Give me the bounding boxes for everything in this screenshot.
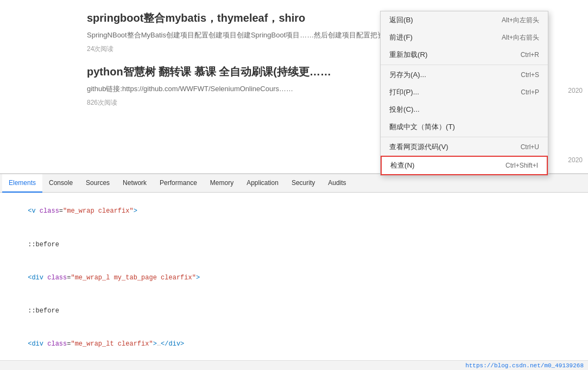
context-menu-saveas[interactable]: 另存为(A)... Ctrl+S	[381, 66, 548, 84]
tab-security[interactable]: Security	[285, 174, 321, 193]
tab-application[interactable]: Application	[240, 174, 285, 193]
code-line-1: <v class="me_wrap clearfix">	[0, 195, 588, 228]
context-menu-reload[interactable]: 重新加载(R) Ctrl+R	[381, 46, 548, 63]
status-bar: https://blog.csdn.net/m0_49139268	[0, 360, 588, 370]
code-line-3: <div class="me_wrap_l my_tab_page clearf…	[0, 261, 588, 294]
context-menu: 返回(B) Alt+向左箭头 前进(F) Alt+向右箭头 重新加载(R) Ct…	[380, 11, 548, 176]
context-menu-inspect[interactable]: 检查(N) Ctrl+Shift+I	[381, 156, 548, 175]
tab-sources[interactable]: Sources	[79, 174, 116, 193]
devtools-panel: Elements Console Sources Network Perform…	[0, 174, 588, 370]
context-menu-sep2	[381, 137, 548, 137]
code-line-2: ::before	[0, 228, 588, 261]
devtools-code-area[interactable]: <v class="me_wrap clearfix"> ::before <d…	[0, 193, 588, 370]
tab-elements[interactable]: Elements	[2, 174, 42, 193]
context-menu-back[interactable]: 返回(B) Alt+向左箭头	[381, 11, 548, 29]
context-menu-cast[interactable]: 投射(C)...	[381, 101, 548, 118]
context-menu-sep1	[381, 65, 548, 65]
tab-performance[interactable]: Performance	[153, 174, 204, 193]
code-line-5: <div class="me_wrap_lt clearfix">…</div>	[0, 328, 588, 361]
tab-memory[interactable]: Memory	[204, 174, 240, 193]
tab-audits[interactable]: Audits	[321, 174, 352, 193]
devtools-tabbar: Elements Console Sources Network Perform…	[0, 174, 588, 193]
tab-network[interactable]: Network	[116, 174, 153, 193]
context-menu-viewsource[interactable]: 查看网页源代码(V) Ctrl+U	[381, 138, 548, 156]
context-menu-translate[interactable]: 翻成中文（简体）(T)	[381, 118, 548, 136]
context-menu-forward[interactable]: 前进(F) Alt+向右箭头	[381, 29, 548, 46]
context-menu-print[interactable]: 打印(P)... Ctrl+P	[381, 84, 548, 101]
code-line-4: ::before	[0, 295, 588, 328]
tab-console[interactable]: Console	[42, 174, 79, 193]
